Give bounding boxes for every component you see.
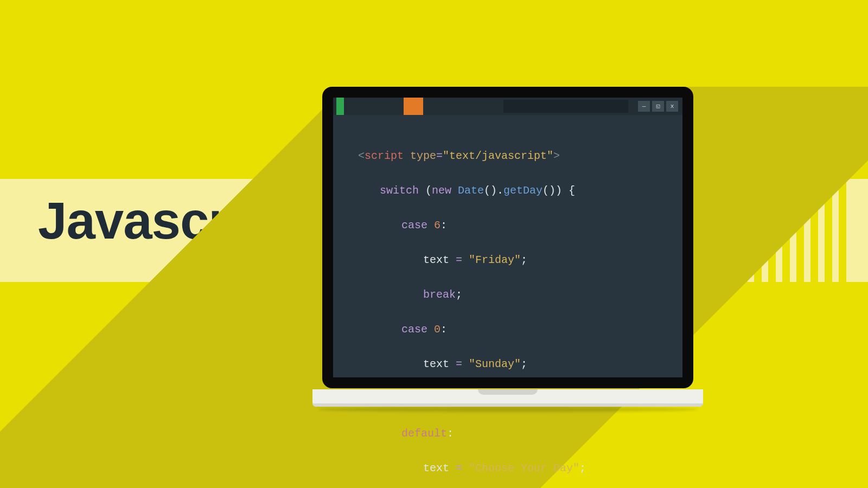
laptop-notch [478,389,538,395]
code-line: text = "Choose Your Day"; [358,460,586,477]
active-tab-indicator-icon [336,98,344,115]
code-line: break; [358,286,586,304]
window-controls: — ◱ x [638,101,678,112]
close-button[interactable]: x [666,101,678,112]
laptop-base-edge [312,403,703,407]
stage: Javascript — ◱ x <script ty [0,0,868,488]
code-line: default: [358,425,586,442]
code-line: case 0: [358,321,586,338]
toolbar-panel [503,100,628,113]
editor-screen: — ◱ x <script type="text/javascript"> sw… [333,98,682,377]
laptop: — ◱ x <script type="text/javascript"> sw… [312,87,703,412]
code-line: text = "Sunday"; [358,356,586,373]
code-line: case 6: [358,217,586,234]
laptop-base [312,389,703,407]
editor-topbar: — ◱ x [333,98,682,115]
laptop-ground-shadow [318,407,698,412]
laptop-bezel: — ◱ x <script type="text/javascript"> sw… [322,87,693,388]
tab-marker-icon [404,98,423,115]
maximize-button[interactable]: ◱ [652,101,664,112]
code-line: text = "Friday"; [358,252,586,269]
code-line: <script type="text/javascript"> [358,147,586,165]
minimize-button[interactable]: — [638,101,650,112]
code-line: switch (new Date().getDay()) { [358,182,586,200]
code-block: <script type="text/javascript"> switch (… [358,130,586,488]
